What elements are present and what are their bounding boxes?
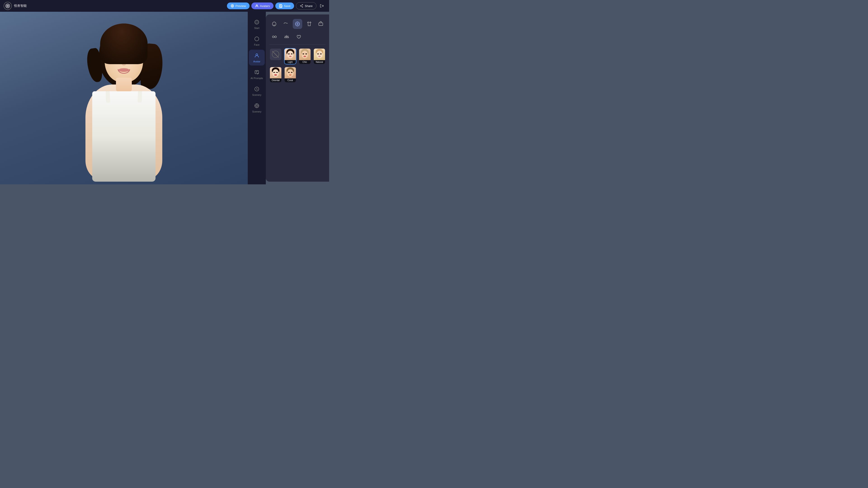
topbar: 怪兽智能 Preview Avatars Save <box>0 0 329 12</box>
coral-portrait-svg <box>285 67 296 78</box>
light-label: Light <box>285 60 296 64</box>
face-shape-tab[interactable] <box>270 19 279 29</box>
svg-rect-27 <box>319 23 323 26</box>
svg-point-36 <box>302 51 308 59</box>
svg-point-10 <box>301 6 301 6</box>
svg-point-41 <box>316 51 322 59</box>
tank-shading <box>92 136 156 182</box>
sidebar-item-ai-prompts[interactable]: AI Prompts <box>249 66 265 82</box>
makeup-item-none[interactable] <box>270 48 282 64</box>
face-icon <box>254 36 260 42</box>
accessory-tab[interactable] <box>316 19 326 29</box>
avatars-button[interactable]: Avatars <box>251 2 274 9</box>
svg-point-53 <box>291 72 292 73</box>
logo-icon <box>4 2 12 10</box>
svg-point-54 <box>289 74 291 76</box>
svg-point-44 <box>318 56 320 57</box>
sidebar-item-avatar[interactable]: Avatar <box>249 50 265 66</box>
right-panel: Start Face Avatar <box>248 12 329 184</box>
glasses-tab[interactable] <box>270 32 279 41</box>
svg-point-29 <box>275 36 276 38</box>
svg-point-8 <box>302 4 303 5</box>
face-label: Face <box>254 43 259 46</box>
strap-right <box>138 91 142 103</box>
avatar-lips <box>119 68 129 72</box>
svg-point-26 <box>297 23 298 25</box>
light-portrait-svg <box>285 48 296 60</box>
svg-point-25 <box>296 22 300 26</box>
svg-point-18 <box>256 54 258 56</box>
no-makeup-icon <box>272 51 279 58</box>
svg-point-48 <box>276 72 278 73</box>
svg-point-52 <box>288 72 289 73</box>
tool-panel: Light Chic <box>266 14 329 182</box>
svg-line-11 <box>301 5 302 6</box>
svg-point-1 <box>6 5 9 7</box>
preview-button[interactable]: Preview <box>227 2 250 9</box>
svg-rect-19 <box>255 70 258 74</box>
svg-point-28 <box>272 36 274 38</box>
makeup-tab[interactable] <box>293 19 302 29</box>
exit-button[interactable] <box>318 2 326 9</box>
svg-point-37 <box>303 54 304 55</box>
svg-point-21 <box>256 89 257 90</box>
makeup-item-oriental[interactable]: Oriental <box>270 67 282 83</box>
side-nav: Start Face Avatar <box>248 12 266 184</box>
svg-point-2 <box>7 5 8 6</box>
svg-point-42 <box>317 54 319 55</box>
svg-point-43 <box>320 54 322 55</box>
divider <box>270 44 326 44</box>
svg-point-47 <box>273 72 275 73</box>
svg-point-0 <box>6 4 10 8</box>
svg-point-51 <box>287 69 293 77</box>
oriental-portrait-svg <box>270 67 281 78</box>
svg-point-4 <box>232 5 233 6</box>
scenery2-icon <box>254 103 260 109</box>
scenery1-label: Scenery <box>252 94 261 96</box>
svg-point-16 <box>256 22 257 22</box>
avatar-container <box>67 17 180 180</box>
natural-label: Natural <box>314 60 325 64</box>
makeup-item-natural[interactable]: Natural <box>313 48 326 64</box>
brow-tab[interactable] <box>281 19 291 29</box>
strap-left <box>105 91 110 103</box>
ai-prompts-label: AI Prompts <box>251 77 263 79</box>
start-icon <box>254 19 260 25</box>
logo: 怪兽智能 <box>4 2 27 10</box>
sidebar-item-scenery1[interactable]: Scenery <box>249 83 265 99</box>
outfit-tab[interactable] <box>305 19 314 29</box>
makeup-grid-row1: Light Chic <box>270 48 326 64</box>
svg-point-17 <box>255 37 259 41</box>
svg-point-23 <box>256 105 258 107</box>
svg-point-31 <box>287 51 293 59</box>
viewport <box>0 12 248 184</box>
svg-point-49 <box>274 74 277 76</box>
svg-line-12 <box>301 6 302 7</box>
share-button[interactable]: Share <box>296 2 316 9</box>
svg-point-33 <box>291 54 292 55</box>
tool-icons-row1 <box>270 19 326 29</box>
avatar-label: Avatar <box>253 60 260 63</box>
makeup-item-chic[interactable]: Chic <box>299 48 311 64</box>
svg-rect-7 <box>280 4 281 5</box>
sidebar-item-start[interactable]: Start <box>249 16 265 32</box>
avatar-neck <box>116 78 132 91</box>
logo-text: 怪兽智能 <box>14 4 27 8</box>
scenery2-label: Scenery <box>252 110 261 113</box>
makeup-item-light[interactable]: Light <box>284 48 297 64</box>
sidebar-item-face[interactable]: Face <box>249 33 265 49</box>
svg-point-3 <box>231 4 234 7</box>
svg-point-39 <box>304 56 306 57</box>
chic-portrait-svg <box>299 48 311 60</box>
save-button[interactable]: Save <box>275 2 294 9</box>
chic-label: Chic <box>299 60 311 64</box>
wing-tab[interactable] <box>294 32 304 41</box>
svg-point-46 <box>272 69 279 77</box>
ai-prompts-icon <box>254 69 260 75</box>
sidebar-item-scenery2[interactable]: Scenery <box>249 100 265 116</box>
avatar-icon <box>254 53 260 59</box>
tool-icons-row2 <box>270 32 326 41</box>
makeup-item-coral[interactable]: Coral <box>284 67 297 83</box>
crown-tab[interactable] <box>282 32 291 41</box>
start-label: Start <box>254 27 259 29</box>
